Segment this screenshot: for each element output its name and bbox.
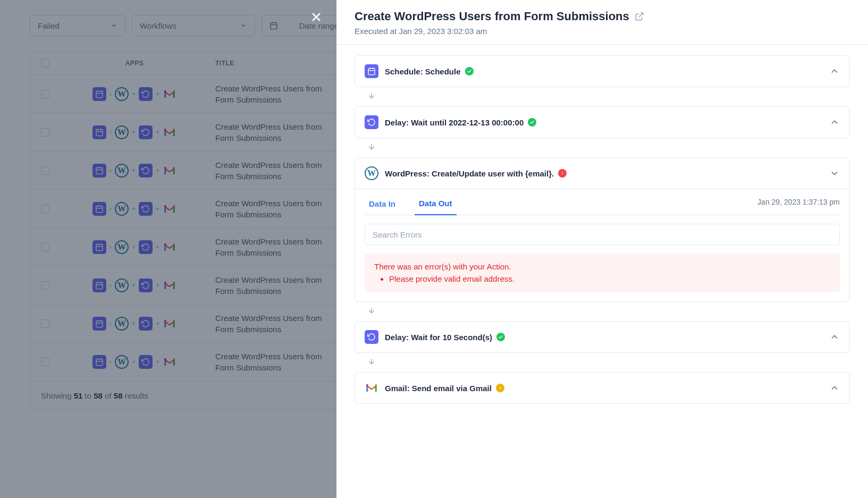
step-tabs: Data In Data Out Jan 29, 2023 1:37:13 pm [365,189,840,215]
delay-icon [365,330,378,344]
svg-point-61 [562,172,563,172]
chevron-up-icon[interactable] [829,383,840,393]
step-header[interactable]: Schedule: Schedule [355,56,849,87]
arrow-down-icon [367,91,376,100]
search-errors-input[interactable] [365,224,840,245]
arrow-down-icon [367,306,376,315]
chevron-up-icon[interactable] [829,117,840,128]
chevron-down-icon[interactable] [829,168,840,179]
execution-detail-panel: Create WordPress Users from Form Submiss… [336,0,868,498]
step-title: Gmail: Send email via Gmail [385,384,492,393]
schedule-icon [365,64,378,78]
step-title: Schedule: Schedule [385,67,461,76]
step-timestamp: Jan 29, 2023 1:37:13 pm [757,198,840,213]
delay-icon [365,115,378,129]
external-link-icon[interactable] [635,12,644,21]
tab-data-in[interactable]: Data In [365,196,400,215]
svg-line-54 [638,13,643,17]
gmail-icon [365,381,378,395]
status-pending-badge [496,384,504,392]
panel-header: Create WordPress Users from Form Submiss… [336,0,868,45]
step-header[interactable]: Delay: Wait for 10 Second(s) [355,322,849,352]
step-card: Schedule: Schedule [355,55,850,87]
tab-data-out[interactable]: Data Out [415,196,457,215]
step-card: Delay: Wait for 10 Second(s) [355,321,850,353]
svg-rect-55 [368,69,375,75]
step-header[interactable]: Delay: Wait until 2022-12-13 00:00:00 [355,107,849,138]
error-heading: There was an error(s) with your Action. [374,262,830,271]
panel-title: Create WordPress Users from Form Submiss… [355,10,629,23]
step-card: Delay: Wait until 2022-12-13 00:00:00 [355,106,850,138]
panel-body: Schedule: Schedule Delay: Wait until 202… [336,45,868,498]
chevron-up-icon[interactable] [829,66,840,77]
error-item: Please provide valid email address. [389,274,830,283]
status-success-badge [496,333,505,341]
wordpress-icon: W [365,166,378,180]
status-success-badge [465,67,474,75]
chevron-up-icon[interactable] [829,332,840,342]
close-icon [309,10,324,24]
step-title: Delay: Wait for 10 Second(s) [385,333,492,342]
step-header[interactable]: Gmail: Send email via Gmail [355,373,849,403]
svg-rect-62 [562,173,563,174]
panel-subtitle: Executed at Jan 29, 2023 3:02:03 am [355,27,850,36]
status-success-badge [528,118,536,126]
step-card: W WordPress: Create/Update user with {em… [355,157,850,302]
step-header[interactable]: W WordPress: Create/Update user with {em… [355,158,849,189]
step-title: WordPress: Create/Update user with {emai… [385,169,554,178]
step-title: Delay: Wait until 2022-12-13 00:00:00 [385,118,524,127]
arrow-down-icon [367,142,376,151]
close-panel-button[interactable] [309,10,324,24]
status-error-badge [558,169,567,178]
step-card: Gmail: Send email via Gmail [355,372,850,404]
arrow-down-icon [367,357,376,366]
step-body: Data In Data Out Jan 29, 2023 1:37:13 pm… [355,189,849,301]
error-box: There was an error(s) with your Action. … [365,254,840,292]
